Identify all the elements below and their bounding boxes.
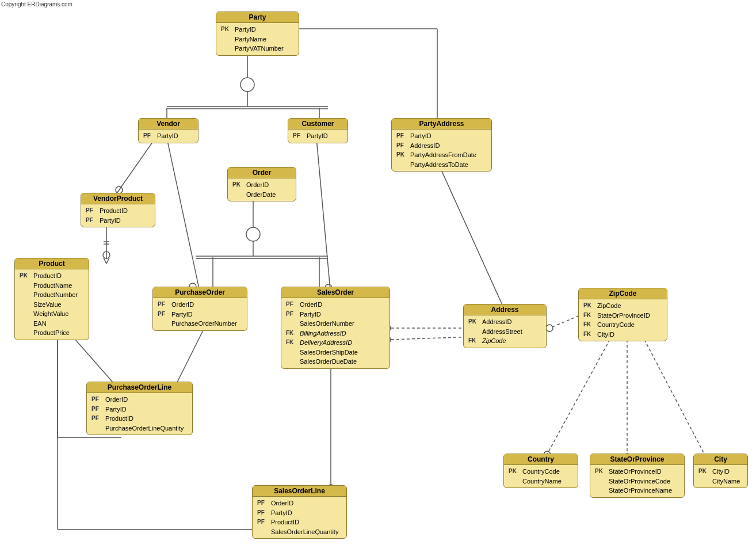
entity-salesorder-body: PFOrderID PFPartyID SalesOrderNumber FKB… [281, 298, 390, 368]
entity-customer: Customer PFPartyID [288, 118, 348, 143]
entity-city: City PKCityID CityName [693, 454, 748, 488]
entity-order: Order PKOrderID OrderDate [227, 167, 296, 201]
entity-zipcode: ZipCode PKZipCode FKStateOrProvinceID FK… [578, 288, 667, 341]
svg-line-19 [106, 258, 109, 264]
entity-zipcode-body: PKZipCode FKStateOrProvinceID FKCountryC… [579, 299, 667, 341]
svg-line-18 [104, 258, 106, 264]
svg-line-66 [644, 340, 708, 460]
entity-country-body: PKCountryCode CountryName [504, 465, 578, 488]
svg-line-62 [544, 340, 610, 460]
svg-point-26 [246, 227, 260, 241]
entity-salesorderline-body: PFOrderID PFPartyID PFProductID SalesOrd… [253, 497, 346, 538]
entity-purchaseorderline-body: PFOrderID PFPartyID PFProductID Purchase… [87, 393, 192, 435]
entity-vendor-body: PFPartyID [139, 130, 198, 143]
entity-salesorderline-title: SalesOrderLine [253, 486, 346, 497]
entity-vendor-title: Vendor [139, 119, 198, 130]
entity-purchaseorder-title: PurchaseOrder [153, 287, 247, 298]
entity-product: Product PKProductID ProductName ProductN… [14, 258, 89, 340]
svg-line-11 [115, 138, 155, 196]
entity-salesorderline: SalesOrderLine PFOrderID PFPartyID PFPro… [252, 485, 347, 539]
entity-product-body: PKProductID ProductName ProductNumber Si… [15, 269, 89, 340]
entity-purchaseorder: PurchaseOrder PFOrderID PFPartyID Purcha… [152, 287, 247, 331]
entity-address-title: Address [464, 304, 546, 315]
entity-salesorder: SalesOrder PFOrderID PFPartyID SalesOrde… [281, 287, 390, 369]
entity-purchaseorderline: PurchaseOrderLine PFOrderID PFPartyID PF… [86, 382, 193, 435]
entity-vendorproduct-title: VendorProduct [81, 193, 155, 204]
entity-customer-body: PFPartyID [288, 130, 348, 143]
entity-stateorprovince-title: StateOrProvince [590, 454, 684, 465]
entity-stateorprovince-body: PKStateOrProvinceID StateOrProvinceCode … [590, 465, 684, 497]
entity-address-body: PKAddressID AddressStreet FKZipCode [464, 315, 546, 348]
entity-country: Country PKCountryCode CountryName [503, 454, 578, 488]
entity-customer-title: Customer [288, 119, 348, 130]
svg-point-20 [103, 252, 110, 258]
entity-zipcode-title: ZipCode [579, 288, 667, 299]
entity-party-title: Party [216, 12, 299, 23]
svg-line-45 [437, 161, 506, 314]
entity-party-body: PKPartyID PartyName PartyVATNumber [216, 23, 299, 55]
copyright-label: Copyright ERDiagrams.com [1, 1, 72, 7]
entity-vendor: Vendor PFPartyID [138, 118, 198, 143]
entity-partyaddress-title: PartyAddress [392, 119, 491, 130]
svg-line-32 [316, 138, 331, 296]
entity-stateorprovince: StateOrProvince PKStateOrProvinceID Stat… [590, 454, 685, 498]
svg-line-52 [173, 322, 207, 391]
entity-vendorproduct: VendorProduct PFProductID PFPartyID [81, 193, 155, 227]
entity-purchaseorder-body: PFOrderID PFPartyID PurchaseOrderNumber [153, 298, 247, 330]
entity-vendorproduct-body: PFProductID PFPartyID [81, 204, 155, 227]
entity-purchaseorderline-title: PurchaseOrderLine [87, 382, 192, 393]
entity-party: Party PKPartyID PartyName PartyVATNumber [216, 12, 299, 56]
entity-city-title: City [694, 454, 747, 465]
entity-salesorder-title: SalesOrder [281, 287, 390, 298]
entity-address: Address PKAddressID AddressStreet FKZipC… [463, 304, 547, 348]
entity-city-body: PKCityID CityName [694, 465, 747, 488]
svg-point-42 [546, 325, 553, 332]
entity-product-title: Product [15, 258, 89, 269]
svg-line-21 [167, 138, 201, 299]
svg-point-1 [240, 78, 254, 92]
entity-order-body: PKOrderID OrderDate [228, 178, 296, 201]
er-diagram: Copyright ERDiagrams.com [0, 0, 756, 556]
entity-order-title: Order [228, 167, 296, 178]
entity-partyaddress: PartyAddress PFPartyID PFAddressID PKPar… [391, 118, 492, 172]
entity-partyaddress-body: PFPartyID PFAddressID PKPartyAddressFrom… [392, 130, 491, 171]
svg-line-39 [391, 337, 475, 340]
entity-country-title: Country [504, 454, 578, 465]
